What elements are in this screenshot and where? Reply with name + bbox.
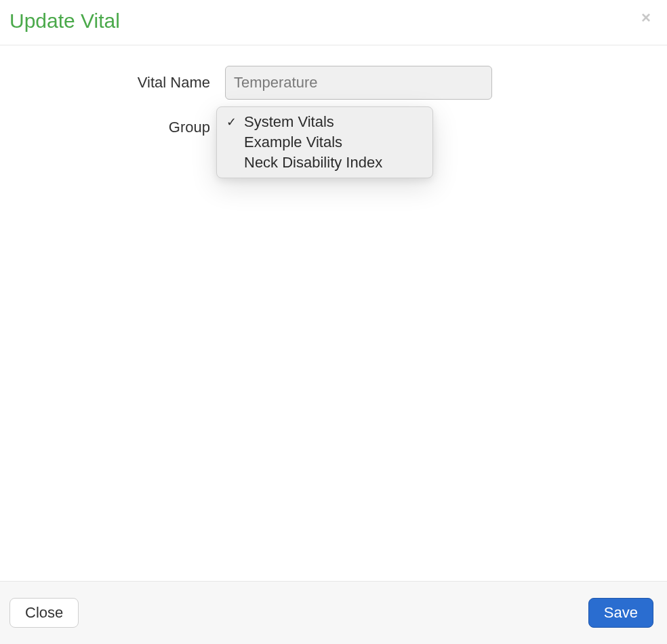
group-dropdown-panel[interactable]: ✓ System Vitals Example Vitals Neck Disa… [216, 106, 433, 178]
dropdown-item-example-vitals[interactable]: Example Vitals [217, 132, 432, 153]
modal-footer: Close Save [0, 581, 667, 644]
save-button[interactable]: Save [588, 598, 653, 628]
dropdown-item-label: Neck Disability Index [244, 154, 382, 172]
vital-name-input[interactable] [225, 66, 492, 100]
dropdown-item-label: Example Vitals [244, 134, 342, 151]
close-icon[interactable]: × [639, 9, 653, 26]
modal-header: Update Vital × [0, 0, 667, 45]
update-vital-modal: Update Vital × Vital Name Group ✓ System… [0, 0, 667, 644]
modal-title: Update Vital [9, 9, 120, 33]
vital-name-row: Vital Name [14, 66, 653, 100]
vital-name-label: Vital Name [14, 74, 225, 92]
dropdown-item-neck-disability-index[interactable]: Neck Disability Index [217, 153, 432, 173]
dropdown-item-label: System Vitals [244, 113, 334, 131]
dropdown-item-system-vitals[interactable]: ✓ System Vitals [217, 112, 432, 132]
check-icon: ✓ [226, 115, 244, 129]
close-button[interactable]: Close [9, 598, 79, 628]
group-label: Group [14, 119, 225, 136]
modal-body: Vital Name Group ✓ System Vitals Example… [0, 45, 667, 581]
